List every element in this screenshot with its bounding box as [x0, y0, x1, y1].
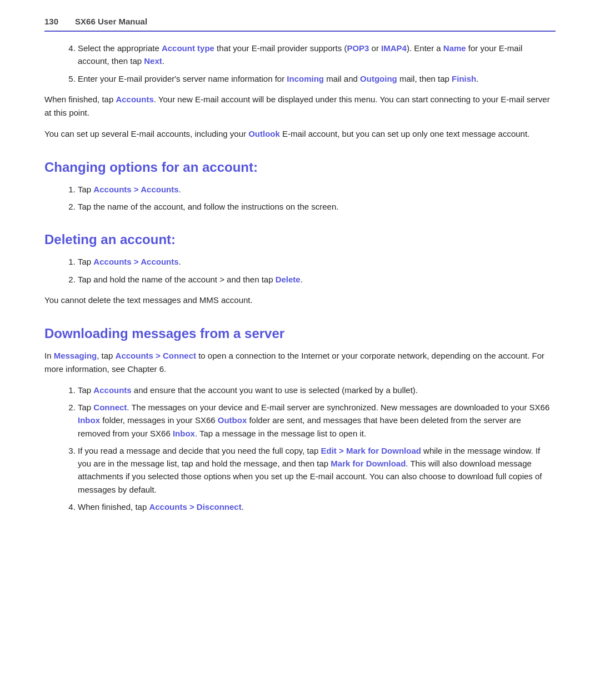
delete-link[interactable]: Delete — [276, 275, 301, 284]
messaging-link[interactable]: Messaging — [54, 351, 97, 360]
inbox-link-1[interactable]: Inbox — [78, 415, 100, 425]
intro-list: Select the appropriate Account type that… — [78, 42, 556, 85]
list-item: Tap and hold the name of the account > a… — [78, 273, 556, 286]
incoming-link[interactable]: Incoming — [287, 74, 324, 83]
page-header: 130 SX66 User Manual — [44, 17, 556, 32]
list-item: When finished, tap Accounts > Disconnect… — [78, 500, 556, 513]
section-heading-changing: Changing options for an account: — [44, 160, 556, 175]
outbox-link[interactable]: Outbox — [218, 415, 247, 425]
deleting-note: You cannot delete the text messages and … — [44, 294, 556, 307]
accounts-connect-link[interactable]: Accounts > Connect — [116, 351, 196, 360]
list-item: If you read a message and decide that yo… — [78, 444, 556, 496]
accounts-accounts-link-2[interactable]: Accounts > Accounts — [93, 257, 178, 266]
name-link[interactable]: Name — [443, 43, 466, 53]
outlook-link[interactable]: Outlook — [248, 129, 280, 138]
list-item: Tap Accounts > Accounts. — [78, 255, 556, 268]
accounts-link-1[interactable]: Accounts — [116, 95, 153, 104]
pop3-link[interactable]: POP3 — [347, 43, 369, 53]
edit-mark-download-link[interactable]: Edit > Mark for Download — [321, 446, 421, 455]
accounts-accounts-link-1[interactable]: Accounts > Accounts — [93, 185, 178, 194]
page-title: SX66 User Manual — [75, 17, 147, 26]
deleting-list: Tap Accounts > Accounts. Tap and hold th… — [78, 255, 556, 286]
connect-link[interactable]: Connect — [93, 403, 127, 412]
inbox-link-2[interactable]: Inbox — [173, 429, 195, 438]
list-item: Tap the name of the account, and follow … — [78, 200, 556, 213]
mark-for-download-link[interactable]: Mark for Download — [331, 459, 406, 468]
list-item: Select the appropriate Account type that… — [78, 42, 556, 68]
page: 130 SX66 User Manual Select the appropri… — [0, 0, 600, 700]
downloading-list: Tap Accounts and ensure that the account… — [78, 384, 556, 513]
list-item: Tap Accounts and ensure that the account… — [78, 384, 556, 396]
downloading-intro: In Messaging, tap Accounts > Connect to … — [44, 349, 556, 376]
para-1: When finished, tap Accounts. Your new E-… — [44, 93, 556, 120]
accounts-disconnect-link[interactable]: Accounts > Disconnect — [149, 502, 241, 512]
list-item: Tap Connect. The messages on your device… — [78, 401, 556, 440]
account-type-link[interactable]: Account type — [162, 43, 214, 53]
next-link[interactable]: Next — [144, 56, 162, 66]
accounts-link-2[interactable]: Accounts — [93, 385, 131, 395]
para-2: You can set up several E-mail accounts, … — [44, 127, 556, 141]
imap4-link[interactable]: IMAP4 — [381, 43, 407, 53]
page-number: 130 — [44, 17, 58, 26]
section-heading-downloading: Downloading messages from a server — [44, 326, 556, 341]
outgoing-link[interactable]: Outgoing — [360, 74, 397, 83]
list-item: Enter your E-mail provider's server name… — [78, 72, 556, 85]
list-item: Tap Accounts > Accounts. — [78, 183, 556, 196]
finish-link[interactable]: Finish — [452, 74, 476, 83]
main-content: Select the appropriate Account type that… — [44, 42, 556, 513]
changing-list: Tap Accounts > Accounts. Tap the name of… — [78, 183, 556, 214]
section-heading-deleting: Deleting an account: — [44, 232, 556, 247]
